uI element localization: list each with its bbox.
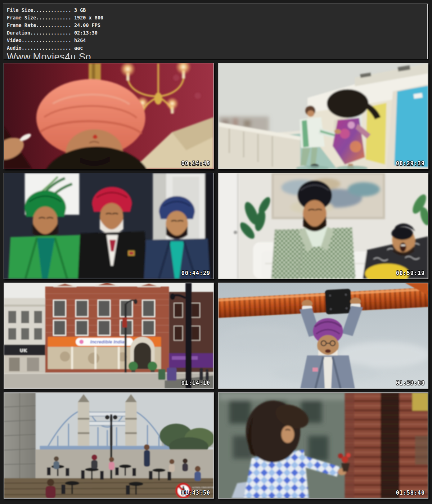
timestamp-overlay: 01:58:40 <box>396 490 425 496</box>
scene-tower-bridge-cafe: ALCOHOL CONSUMPTION IS INJURIOUS TO HEAL… <box>4 393 213 498</box>
video-codec-line: Video................. h264 <box>7 37 427 44</box>
media-info-panel: File Size............. 3 GB Frame Size..… <box>3 4 428 59</box>
scene-beach-huts <box>219 63 428 169</box>
screenshot-thumbnail-4: 00:59:19 <box>218 173 428 279</box>
audio-codec-line: Audio................. aac <box>7 44 427 52</box>
scene-london-street: UK <box>4 283 213 388</box>
screenshot-thumbnail-2: 00:29:39 <box>218 63 428 169</box>
timestamp-overlay: 00:14:49 <box>181 161 210 166</box>
duration-line: Duration.............. 02:13:30 <box>7 29 427 37</box>
timestamp-overlay: 00:59:19 <box>396 271 425 276</box>
scene-three-men <box>4 173 213 279</box>
timestamp-overlay: 01:43:50 <box>181 490 210 496</box>
storefront-sign-text: Incredible India <box>90 339 125 345</box>
scene-living-room <box>219 173 428 279</box>
site-watermark: Www.Movies4u.So <box>7 52 427 59</box>
frame-rate-line: Frame Rate............ 24.00 FPS <box>7 22 427 29</box>
timestamp-overlay: 01:14:10 <box>181 381 210 386</box>
timestamp-overlay: 00:29:39 <box>396 161 425 166</box>
alcohol-warning-text-line1: ALCOHOL CONSUMPTION IS INJURIOUS <box>192 486 213 489</box>
screenshot-thumbnail-3: 00:44:29 <box>4 173 214 279</box>
screenshot-thumbnail-8: 01:58:40 <box>218 392 428 499</box>
left-shop-sign-text: UK <box>20 348 28 353</box>
file-size-line: File Size............. 3 GB <box>7 6 427 14</box>
screenshot-thumbnail-7: ALCOHOL CONSUMPTION IS INJURIOUS TO HEAL… <box>4 392 214 499</box>
screenshot-thumbnail-5: UK <box>4 283 214 389</box>
timestamp-overlay: 01:29:00 <box>396 381 425 386</box>
screenshot-thumbnail-1: 00:14:49 <box>4 63 214 169</box>
scene-motion-blur <box>219 393 428 498</box>
screenshot-grid: 00:14:49 <box>4 63 428 499</box>
screenshot-thumbnail-6: 01:29:00 <box>218 283 428 389</box>
frame-size-line: Frame Size............ 1920 x 800 <box>7 14 427 22</box>
scene-hanging-pipe <box>219 283 428 388</box>
timestamp-overlay: 00:44:29 <box>181 271 210 276</box>
scene-red-room <box>4 63 213 169</box>
